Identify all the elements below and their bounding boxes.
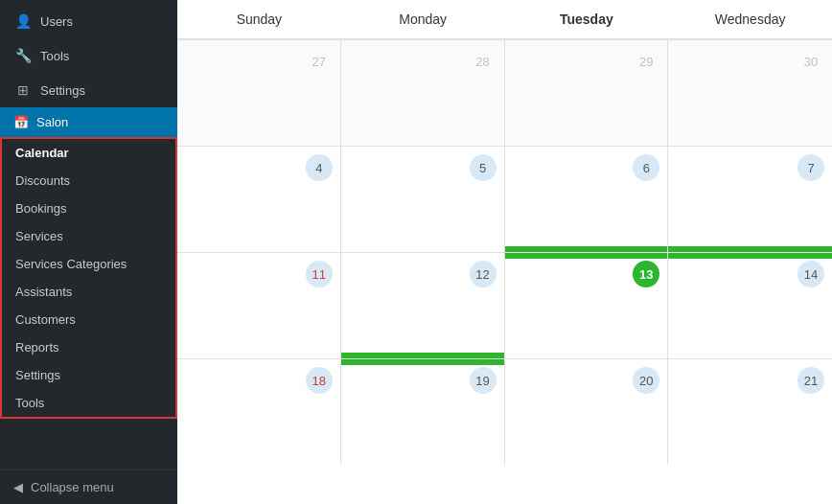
sidebar-item-settings-top[interactable]: ⊞ Settings [0,73,177,107]
sidebar-item-tools[interactable]: 🔧 Tools [0,38,177,73]
calendar-row-3: 11 12 13 14 [177,252,832,358]
day-6: 6 [633,154,659,181]
day-20: 20 [633,367,659,394]
calendar-cell-14[interactable]: 14 [668,253,832,358]
header-wednesday: Wednesday [668,0,832,38]
calendar-cell-13[interactable]: 13 [505,253,669,358]
main-content: Sunday Monday Tuesday Wednesday 27 28 29… [177,0,832,504]
collapse-label: Collapse menu [31,480,114,494]
collapse-menu-button[interactable]: ◀ Collapse menu [0,470,177,504]
calendar-cell-28[interactable]: 28 [341,40,505,146]
submenu-reports[interactable]: Reports [2,333,175,361]
submenu-bookings[interactable]: Bookings [2,195,175,222]
salon-icon: 📅 [13,115,29,129]
calendar: Sunday Monday Tuesday Wednesday 27 28 29… [177,0,832,504]
day-13: 13 [633,261,659,287]
green-bar-row4-col2-top [341,359,504,365]
submenu-tools[interactable]: Tools [2,389,175,417]
sidebar: 👤 Users 🔧 Tools ⊞ Settings 📅 Salon Calen… [0,0,177,504]
day-7: 7 [797,154,824,181]
day-18: 18 [306,367,333,394]
user-icon: 👤 [13,11,33,31]
calendar-row-2: 4 5 6 7 [177,146,832,252]
day-5: 5 [470,154,497,181]
day-14: 14 [797,261,824,287]
sidebar-tools-label: Tools [40,49,69,63]
submenu-discounts[interactable]: Discounts [2,167,175,195]
day-30: 30 [797,48,824,75]
calendar-cell-4[interactable]: 4 [177,147,341,252]
sidebar-top-section: 👤 Users 🔧 Tools ⊞ Settings [0,0,177,107]
calendar-header: Sunday Monday Tuesday Wednesday [177,0,832,39]
submenu-settings[interactable]: Settings [2,361,175,389]
day-27: 27 [306,48,333,75]
tools-icon: 🔧 [13,46,33,65]
sidebar-salon-label: Salon [36,115,68,129]
day-19: 19 [470,367,497,394]
calendar-cell-21[interactable]: 21 [668,359,832,465]
sidebar-item-users[interactable]: 👤 Users [0,4,177,38]
sidebar-salon-item[interactable]: 📅 Salon [0,107,177,137]
collapse-icon: ◀ [13,480,23,494]
sidebar-users-label: Users [40,14,73,29]
green-bar-row3-col4-top [668,253,832,259]
submenu-services[interactable]: Services [2,222,175,250]
header-tuesday: Tuesday [505,0,669,38]
settings-icon: ⊞ [13,80,33,100]
calendar-cell-27[interactable]: 27 [177,40,341,146]
calendar-cell-18[interactable]: 18 [177,359,341,465]
calendar-cell-20[interactable]: 20 [505,359,669,465]
calendar-cell-29[interactable]: 29 [505,40,669,146]
calendar-cell-12[interactable]: 12 [341,253,505,358]
submenu-customers[interactable]: Customers [2,306,175,333]
day-11: 11 [306,261,333,287]
green-bar-row3-col3-top [505,253,668,259]
submenu-services-categories[interactable]: Services Categories [2,250,175,278]
calendar-cell-7[interactable]: 7 [668,147,832,252]
calendar-grid: 27 28 29 30 4 5 [177,39,832,465]
day-4: 4 [306,154,333,181]
calendar-row-1: 27 28 29 30 [177,39,832,146]
sidebar-settings-top-label: Settings [40,83,85,98]
day-29: 29 [633,48,659,75]
salon-submenu: Calendar Discounts Bookings Services Ser… [0,137,177,419]
calendar-cell-6[interactable]: 6 [505,147,669,252]
day-21: 21 [797,367,824,394]
day-12: 12 [470,261,497,287]
header-monday: Monday [341,0,505,38]
calendar-cell-30[interactable]: 30 [668,40,832,146]
calendar-cell-11[interactable]: 11 [177,253,341,358]
header-sunday: Sunday [177,0,341,38]
day-28: 28 [470,48,497,75]
calendar-cell-19[interactable]: 19 [341,359,505,465]
submenu-calendar[interactable]: Calendar [2,139,175,167]
calendar-cell-5[interactable]: 5 [341,147,505,252]
submenu-assistants[interactable]: Assistants [2,278,175,306]
calendar-row-4: 18 19 20 21 [177,358,832,465]
